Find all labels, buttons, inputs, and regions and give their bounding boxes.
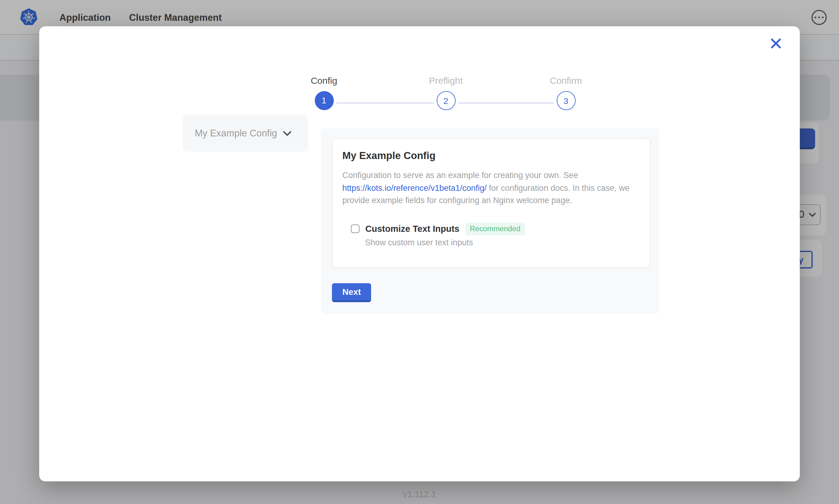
next-button[interactable]: Next — [332, 283, 372, 302]
step-label: Config — [281, 75, 367, 86]
step-label: Confirm — [523, 75, 609, 86]
close-icon[interactable] — [769, 36, 783, 51]
stepper-step-confirm: Confirm 3 — [523, 75, 609, 110]
step-circle: 2 — [436, 91, 455, 110]
config-group-card: My Example Config Configuration to serve… — [332, 138, 650, 268]
step-label: Preflight — [403, 75, 489, 86]
config-group-selector-label: My Example Config — [195, 128, 277, 139]
customize-text-inputs-label[interactable]: Customize Text Inputs — [365, 224, 459, 234]
stepper-connector — [458, 102, 554, 104]
config-wizard-modal: Config 1 Preflight 2 Confirm 3 My Exampl… — [39, 26, 800, 481]
stepper-step-preflight: Preflight 2 — [403, 75, 489, 110]
config-group-title: My Example Config — [342, 150, 640, 161]
chevron-down-icon — [283, 131, 292, 136]
stepper-step-config: Config 1 — [281, 75, 367, 110]
description-text: Configuration to serve as an example for… — [342, 170, 578, 180]
customize-text-inputs-help: Show custom user text inputs — [365, 238, 650, 247]
config-group-description: Configuration to serve as an example for… — [342, 169, 641, 207]
option-row: Customize Text Inputs Recommended — [351, 222, 640, 235]
step-circle: 1 — [314, 91, 333, 110]
config-panel: My Example Config Configuration to serve… — [321, 128, 660, 314]
config-docs-link[interactable]: https://kots.io/reference/v1beta1/config… — [342, 183, 486, 192]
app-viewport: Application Cluster Management 0 y v1.11… — [0, 0, 839, 504]
step-circle: 3 — [557, 91, 575, 110]
customize-text-inputs-checkbox[interactable] — [351, 225, 359, 233]
config-group-selector[interactable]: My Example Config — [183, 115, 308, 152]
recommended-badge: Recommended — [465, 222, 525, 235]
stepper-connector — [336, 102, 434, 104]
